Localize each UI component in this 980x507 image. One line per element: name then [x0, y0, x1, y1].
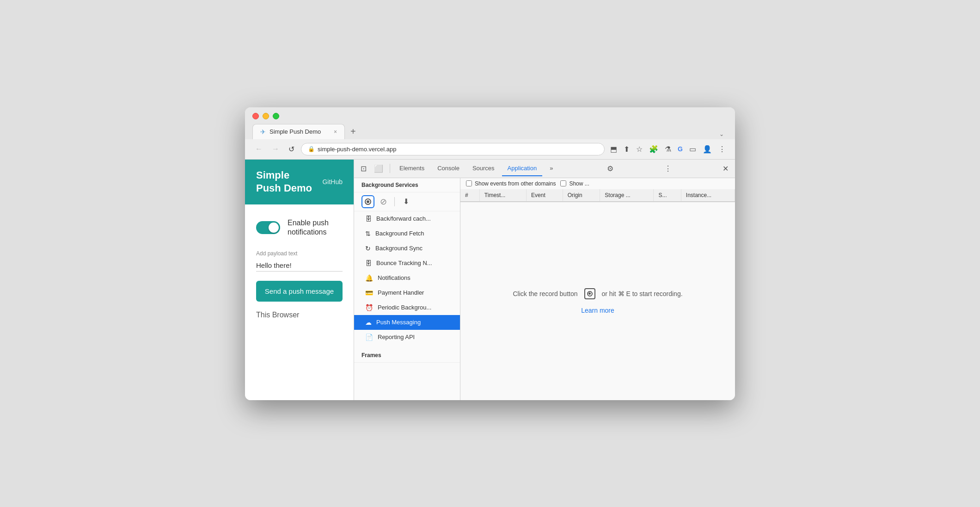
record-circle-inline: [587, 291, 593, 297]
back-button[interactable]: ←: [252, 143, 265, 155]
tab-favicon: ✈: [260, 128, 266, 136]
new-tab-button[interactable]: +: [345, 124, 361, 139]
toggle-knob: [269, 223, 279, 233]
devtools-panel: ⊡ ⬜ Elements Console Sources Application…: [354, 160, 735, 400]
background-fetch-icon: ⇅: [365, 230, 371, 237]
show-checkbox[interactable]: [560, 180, 566, 186]
push-messaging-icon: ☁: [365, 319, 372, 326]
menu-item-label: Bounce Tracking N...: [376, 260, 432, 266]
bounce-tracking-icon: 🗄: [365, 260, 372, 267]
table-toolbar: Show events from other domains Show ...: [460, 178, 735, 202]
url-text: simple-push-demo.vercel.app: [318, 146, 397, 153]
reporting-api-icon: 📄: [365, 334, 373, 341]
traffic-light-maximize[interactable]: [273, 113, 279, 119]
show-other-domains-checkbox[interactable]: [466, 180, 472, 186]
menu-item-push-messaging[interactable]: ☁ Push Messaging: [354, 315, 460, 330]
col-number: #: [460, 189, 479, 202]
google-button[interactable]: G: [676, 143, 685, 155]
sidebar-button[interactable]: ▭: [687, 143, 698, 155]
share-button[interactable]: ⬆: [622, 143, 631, 155]
reload-button[interactable]: ↺: [286, 143, 297, 155]
tab-close-button[interactable]: ×: [334, 129, 337, 135]
menu-item-reporting-api[interactable]: 📄 Reporting API: [354, 330, 460, 345]
tab-application[interactable]: Application: [502, 161, 543, 176]
tabs-row: ✈ Simple Push Demo × + ⌄: [252, 124, 728, 139]
menu-item-background-sync[interactable]: ↻ Background Sync: [354, 241, 460, 256]
record-button[interactable]: [361, 195, 374, 208]
content-area: Simple Push Demo GitHub Enable push noti…: [245, 160, 735, 400]
devtools-close-button[interactable]: ✕: [720, 162, 731, 175]
payload-section: Add payload text: [256, 250, 343, 272]
menu-item-label: Background Sync: [375, 245, 423, 252]
col-s: S...: [654, 189, 681, 202]
menu-item-back-forward-cache[interactable]: 🗄 Back/forward cach...: [354, 211, 460, 226]
menu-item-periodic-background[interactable]: ⏰ Periodic Backgrou...: [354, 300, 460, 315]
labs-button[interactable]: ⚗: [663, 143, 673, 155]
devtools-body: Background Services ⊘ ⬇ 🗄: [354, 178, 735, 400]
traffic-light-close[interactable]: [252, 113, 259, 119]
notifications-icon: 🔔: [365, 274, 373, 282]
extensions-button[interactable]: 🧩: [647, 143, 660, 155]
periodic-background-icon: ⏰: [365, 304, 373, 311]
device-toolbar-button[interactable]: ⬜: [371, 162, 386, 175]
browser-tab-active[interactable]: ✈ Simple Push Demo ×: [252, 124, 345, 139]
sidebar-divider: [394, 197, 395, 206]
push-toggle[interactable]: [256, 221, 280, 234]
download-button[interactable]: ⬇: [400, 196, 412, 207]
devtools-more-button[interactable]: ⋮: [662, 162, 674, 175]
background-sync-icon: ↻: [365, 245, 371, 252]
tab-more[interactable]: »: [544, 161, 558, 176]
traffic-lights: [252, 113, 728, 119]
payload-label: Add payload text: [256, 250, 343, 257]
show-other-domains-checkbox-row[interactable]: Show events from other domains: [466, 180, 556, 187]
navigation-bar: ← → ↺ 🔒 simple-push-demo.vercel.app ⬒ ⬆ …: [245, 139, 735, 160]
col-event: Event: [527, 189, 563, 202]
tab-sources[interactable]: Sources: [467, 161, 500, 176]
forward-button[interactable]: →: [269, 143, 282, 155]
menu-item-label: Notifications: [378, 274, 410, 281]
devtools-content: Show events from other domains Show ...: [460, 178, 735, 400]
send-push-button[interactable]: Send a push message: [256, 281, 343, 302]
website-panel: Simple Push Demo GitHub Enable push noti…: [245, 160, 354, 400]
bookmark-button[interactable]: ☆: [634, 143, 644, 155]
address-bar[interactable]: 🔒 simple-push-demo.vercel.app: [301, 143, 605, 155]
menu-button[interactable]: ⋮: [717, 143, 728, 155]
menu-item-label: Payment Handler: [378, 289, 424, 296]
inspect-element-button[interactable]: ⊡: [358, 162, 369, 175]
empty-message-prefix: Click the record button: [513, 290, 577, 297]
learn-more-link[interactable]: Learn more: [581, 307, 614, 314]
record-button-inline: [584, 288, 595, 299]
menu-item-payment-handler[interactable]: 💳 Payment Handler: [354, 285, 460, 300]
menu-item-notifications[interactable]: 🔔 Notifications: [354, 271, 460, 285]
show-other-domains-label: Show events from other domains: [475, 180, 556, 187]
col-instance: Instance...: [681, 189, 735, 202]
record-inner-inline: [588, 292, 591, 295]
menu-item-label: Push Messaging: [376, 319, 421, 326]
empty-state-text: Click the record button or hit ⌘ E to st…: [513, 288, 682, 299]
show-checkbox-row[interactable]: Show ...: [560, 180, 589, 187]
stop-recording-button[interactable]: ⊘: [378, 196, 389, 208]
events-table: # Timest... Event Origin Storage ... S..…: [460, 189, 735, 202]
payment-handler-icon: 💳: [365, 289, 373, 297]
push-messaging-table: # Timest... Event Origin Storage ... S..…: [460, 189, 735, 202]
menu-item-bounce-tracking[interactable]: 🗄 Bounce Tracking N...: [354, 256, 460, 271]
menu-item-label: Back/forward cach...: [376, 215, 431, 222]
browser-window: ✈ Simple Push Demo × + ⌄ ← → ↺ 🔒 simple-…: [245, 107, 735, 400]
menu-item-background-fetch[interactable]: ⇅ Background Fetch: [354, 226, 460, 241]
devtools-settings-button[interactable]: ⚙: [604, 162, 616, 175]
cast-button[interactable]: ⬒: [608, 143, 619, 155]
devtools-toolbar: ⊡ ⬜ Elements Console Sources Application…: [354, 160, 735, 178]
toggle-row: Enable push notifications: [256, 218, 343, 238]
browser-actions: ⬒ ⬆ ☆ 🧩 ⚗ G ▭ 👤 ⋮: [608, 143, 728, 155]
github-link[interactable]: GitHub: [322, 178, 343, 185]
tab-console[interactable]: Console: [432, 161, 465, 176]
payload-input[interactable]: [256, 260, 343, 272]
col-origin: Origin: [563, 189, 600, 202]
traffic-light-minimize[interactable]: [263, 113, 269, 119]
menu-item-label: Reporting API: [378, 334, 415, 340]
frames-header: Frames: [354, 348, 460, 363]
profile-button[interactable]: 👤: [701, 143, 714, 155]
tab-elements[interactable]: Elements: [394, 161, 430, 176]
tab-list-chevron[interactable]: ⌄: [716, 129, 728, 139]
empty-message-suffix: or hit ⌘ E to start recording.: [602, 290, 683, 297]
